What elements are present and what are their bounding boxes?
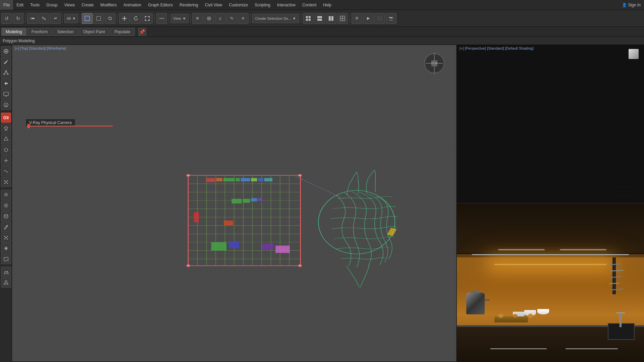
sidebar-spacewarps[interactable] (1, 166, 11, 176)
link-button[interactable] (27, 13, 38, 24)
svg-rect-10 (317, 19, 322, 21)
menu-graph-editors[interactable]: Graph Editors (145, 0, 176, 10)
tb-render2[interactable]: ⬛ (374, 13, 385, 24)
kettle (466, 293, 485, 314)
tab-populate[interactable]: Populate (110, 28, 135, 36)
chevron-down-icon2: ▼ (292, 16, 296, 20)
sidebar-paint[interactable] (1, 222, 11, 232)
chevron-icon: ▼ (182, 16, 186, 20)
sidebar-motion[interactable] (1, 78, 11, 88)
sidebar-helpers[interactable] (1, 156, 11, 166)
sidebar-extra2[interactable] (1, 278, 11, 288)
tb-extra3[interactable] (326, 13, 336, 24)
sidebar-reactor[interactable] (1, 243, 11, 253)
redo-button[interactable]: ↻ (13, 13, 23, 24)
svg-point-4 (208, 18, 209, 19)
spinner-snap-button[interactable]: ⚙ (238, 13, 249, 24)
menu-scripting[interactable]: Scripting (251, 0, 274, 10)
sidebar-shapes[interactable] (1, 145, 11, 155)
menu-civil-view[interactable]: Civil View (202, 0, 226, 10)
svg-line-34 (4, 127, 5, 128)
sep3 (80, 14, 80, 23)
tab-object-paint[interactable]: Object Paint (79, 28, 109, 36)
snap-button[interactable] (204, 13, 214, 24)
menu-interactive[interactable]: Interactive (274, 0, 299, 10)
reference-button[interactable]: ⊕ (192, 13, 203, 24)
sidebar-modify[interactable] (1, 57, 11, 67)
rotate-button[interactable] (130, 13, 141, 24)
perspective-ring (610, 186, 637, 196)
sidebar-create[interactable] (1, 46, 11, 56)
tab-freeform[interactable]: Freeform (27, 28, 52, 36)
menu-views[interactable]: Views (61, 0, 78, 10)
svg-rect-75 (186, 174, 190, 176)
sidebar-light[interactable] (1, 123, 11, 133)
tb-render3[interactable]: 📷 (386, 13, 396, 24)
sign-in-button[interactable]: 👤 Sign In (619, 3, 644, 7)
undo-button[interactable]: ↺ (1, 13, 12, 24)
view-dropdown[interactable]: View ▼ (171, 14, 189, 23)
angle-snap-button[interactable]: ∠ (215, 13, 226, 24)
faucet (620, 314, 622, 327)
svg-line-118 (296, 176, 344, 199)
menu-rendering[interactable]: Rendering (176, 0, 201, 10)
sep9 (301, 14, 301, 23)
svg-rect-11 (329, 16, 331, 21)
svg-point-54 (4, 236, 5, 237)
pin-button[interactable]: 📌 (138, 28, 146, 36)
svg-rect-78 (299, 265, 302, 267)
svg-point-119 (318, 190, 395, 254)
bowl-3 (537, 309, 549, 314)
menu-animation[interactable]: Animation (120, 0, 145, 10)
create-selection-button[interactable]: Create Selection Se... ▼ (252, 14, 299, 23)
sep2 (62, 14, 63, 23)
sidebar-systems[interactable] (1, 177, 11, 187)
viewport-perspective[interactable]: [+] [Perspective] [Standard] [Default Sh… (456, 45, 644, 362)
select-region-button[interactable] (93, 13, 104, 24)
sidebar-display[interactable] (1, 89, 11, 99)
svg-rect-115 (229, 242, 239, 248)
unlink-button[interactable] (39, 13, 49, 24)
select-lasso-button[interactable] (105, 13, 115, 24)
cookie-1 (498, 314, 503, 318)
sidebar-sun[interactable] (1, 200, 11, 210)
menu-create[interactable]: Create (78, 0, 97, 10)
select-object-button[interactable] (82, 13, 93, 24)
sidebar-cloth[interactable] (1, 254, 11, 264)
tab-modeling[interactable]: Modeling (1, 28, 26, 36)
percent-snap-button[interactable]: % (226, 13, 237, 24)
svg-rect-116 (262, 244, 273, 250)
tab-toolbar: Modeling Freeform Selection Object Paint… (0, 27, 644, 37)
tb-extra1[interactable] (303, 13, 314, 24)
move-button[interactable] (119, 13, 130, 24)
tb-settings[interactable]: ⚙ (352, 13, 362, 24)
menu-group[interactable]: Group (43, 0, 61, 10)
tab-selection[interactable]: Selection (53, 28, 78, 36)
menu-tools[interactable]: Tools (27, 0, 43, 10)
menu-content[interactable]: Content (299, 0, 320, 10)
sidebar-particle[interactable] (1, 233, 11, 243)
sidebar-extra1[interactable] (1, 267, 11, 277)
sidebar-utilities[interactable] (1, 100, 11, 110)
menu-modifiers[interactable]: Modifiers (97, 0, 120, 10)
sidebar-geometry[interactable] (1, 134, 11, 144)
sidebar-effects[interactable] (1, 190, 11, 200)
mirror-button[interactable]: ⟺ (156, 13, 167, 24)
tb-render1[interactable]: ▶ (363, 13, 374, 24)
menu-edit[interactable]: Edit (13, 0, 27, 10)
sidebar-hierarchy[interactable] (1, 68, 11, 78)
svg-rect-120 (387, 228, 397, 236)
menu-file[interactable]: File (0, 0, 13, 10)
filter-dropdown[interactable]: All ▼ (64, 14, 78, 23)
tb-extra2[interactable] (314, 13, 325, 24)
tb-extra4[interactable] (337, 13, 348, 24)
sidebar-camera-active[interactable] (1, 113, 11, 123)
sidebar-material[interactable] (1, 211, 11, 221)
viewport-top[interactable]: [+] [Top] [Standard] [Wireframe] TOP N (12, 45, 456, 362)
scale-button[interactable] (142, 13, 153, 24)
svg-line-52 (4, 207, 5, 207)
menu-help[interactable]: Help (320, 0, 335, 10)
menu-customize[interactable]: Customize (226, 0, 252, 10)
bind-button[interactable]: ⇄ (50, 13, 61, 24)
svg-rect-114 (211, 242, 227, 251)
